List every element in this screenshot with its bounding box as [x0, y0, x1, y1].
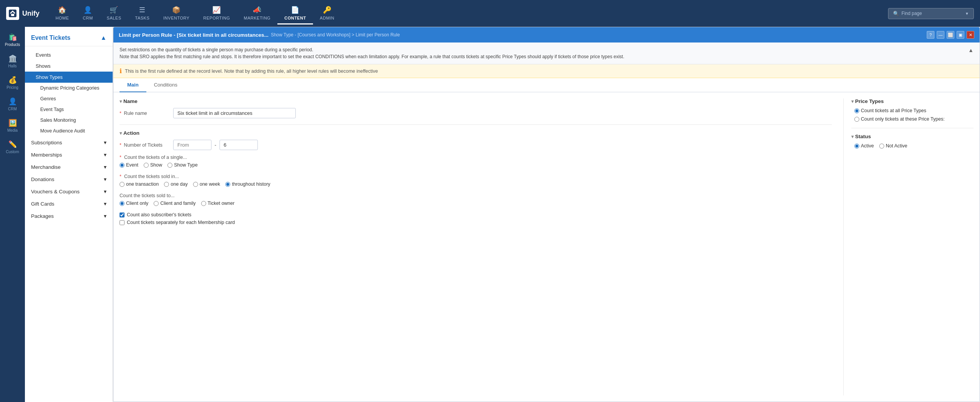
checkbox-subscriber-input[interactable]	[120, 212, 125, 217]
memberships-chevron-icon: ▾	[104, 152, 107, 158]
radio-client-only-input[interactable]	[120, 201, 125, 206]
nav-sales[interactable]: 🛒 SALES	[100, 3, 128, 25]
nav-shows[interactable]: Shows	[25, 60, 113, 72]
nav-section-gift-cards[interactable]: Gift Cards ▾	[25, 198, 113, 210]
radio-show-input[interactable]	[144, 163, 149, 168]
help-button[interactable]: ?	[927, 31, 934, 39]
nav-admin[interactable]: 🔑 ADMIN	[313, 3, 341, 25]
restore-button[interactable]: ⬜	[947, 31, 954, 39]
pricing-icon: 💰	[8, 76, 17, 84]
nav-section-vouchers[interactable]: Vouchers & Coupons ▾	[25, 185, 113, 198]
modal-titlebar: Limit per Person Rule - [Six ticket limi…	[113, 27, 980, 42]
radio-not-active-input[interactable]	[879, 144, 884, 149]
sidebar-icons: 🛍️ Products 🏛️ Halls 💰 Pricing 👤 CRM 🖼️ …	[0, 27, 25, 402]
nav-marketing[interactable]: 📣 MARKETING	[237, 3, 277, 25]
tickets-to-input[interactable]	[220, 140, 258, 150]
description-collapse-button[interactable]: ▲	[968, 46, 973, 54]
tickets-label: * Number of Tickets	[120, 142, 169, 148]
radio-all-price-types[interactable]: Count tickets at all Price Types	[854, 108, 973, 113]
content-icon: 📄	[291, 6, 300, 14]
radio-client-only[interactable]: Client only	[120, 201, 148, 206]
sidebar-icon-media[interactable]: 🖼️ Media	[0, 116, 25, 136]
nav-genres[interactable]: Genres	[25, 93, 113, 104]
tab-main[interactable]: Main	[120, 78, 146, 92]
nav-inventory[interactable]: 📦 INVENTORY	[156, 3, 196, 25]
nav-items: 🏠 HOME 👤 CRM 🛒 SALES ☰ TASKS 📦 INVENTORY…	[49, 3, 888, 25]
marketing-icon: 📣	[253, 6, 262, 14]
radio-active-input[interactable]	[854, 144, 859, 149]
maximize-button[interactable]: ▣	[957, 31, 964, 39]
radio-throughout-history[interactable]: throughout history	[225, 181, 270, 187]
name-section-chevron-icon: ▾	[120, 99, 122, 104]
checkbox-membership-input[interactable]	[120, 220, 125, 225]
radio-throughout-history-input[interactable]	[225, 182, 230, 187]
nav-dynamic-pricing[interactable]: Dynamic Pricing Categories	[25, 83, 113, 93]
radio-show[interactable]: Show	[144, 162, 162, 168]
nav-section-donations[interactable]: Donations ▾	[25, 173, 113, 185]
nav-show-types[interactable]: Show Types	[25, 72, 113, 83]
radio-one-transaction-input[interactable]	[120, 182, 125, 187]
content-area: Limit per Person Rule - [Six ticket limi…	[113, 27, 980, 402]
sidebar-icon-halls[interactable]: 🏛️ Halls	[0, 51, 25, 71]
radio-show-type-input[interactable]	[167, 163, 172, 168]
section-divider-1	[120, 124, 832, 125]
radio-specific-price-types[interactable]: Count only tickets at these Price Types:	[854, 116, 973, 122]
app-logo[interactable]: Unify	[6, 7, 39, 20]
search-input[interactable]	[901, 11, 963, 16]
tab-conditions[interactable]: Conditions	[146, 78, 185, 92]
count-sold-to-radio-group: Client only Client and family Ticket own…	[120, 201, 832, 206]
radio-active[interactable]: Active	[854, 143, 874, 149]
nav-sales-monitoring[interactable]: Sales Monitoring	[25, 115, 113, 126]
radio-event-input[interactable]	[120, 163, 125, 168]
radio-not-active[interactable]: Not Active	[879, 143, 907, 149]
radio-event[interactable]: Event	[120, 162, 138, 168]
sidebar-icon-products[interactable]: 🛍️ Products	[0, 30, 25, 50]
checkbox-membership[interactable]: Count tickets separately for each Member…	[120, 220, 832, 225]
radio-one-day-input[interactable]	[164, 182, 169, 187]
radio-one-week-input[interactable]	[193, 182, 198, 187]
nav-crm[interactable]: 👤 CRM	[76, 3, 100, 25]
nav-move-audience-audit[interactable]: Move Audience Audit	[25, 126, 113, 136]
radio-one-day[interactable]: one day	[164, 181, 187, 187]
nav-events[interactable]: Events	[25, 49, 113, 60]
nav-content[interactable]: 📄 CONTENT	[277, 3, 313, 25]
radio-all-price-types-input[interactable]	[854, 108, 859, 113]
sidebar-icon-crm[interactable]: 👤 CRM	[0, 94, 25, 114]
radio-ticket-owner[interactable]: Ticket owner	[201, 201, 234, 206]
rule-name-label: * Rule name	[120, 111, 169, 116]
section-divider-2	[851, 128, 973, 128]
search-icon: 🔍	[893, 11, 899, 16]
nav-section-subscriptions[interactable]: Subscriptions ▾	[25, 136, 113, 149]
main-layout: 🛍️ Products 🏛️ Halls 💰 Pricing 👤 CRM 🖼️ …	[0, 27, 980, 402]
nav-home[interactable]: 🏠 HOME	[49, 3, 76, 25]
radio-show-type[interactable]: Show Type	[167, 162, 198, 168]
radio-ticket-owner-input[interactable]	[201, 201, 206, 206]
radio-one-week[interactable]: one week	[193, 181, 220, 187]
nav-tasks[interactable]: ☰ TASKS	[128, 3, 157, 25]
tickets-number-row: * Number of Tickets -	[120, 140, 832, 150]
sidebar-icon-custom[interactable]: ✏️ Custom	[0, 137, 25, 157]
nav-search-box[interactable]: 🔍 ▼	[888, 8, 974, 19]
halls-icon: 🏛️	[8, 54, 17, 63]
modal-window: Limit per Person Rule - [Six ticket limi…	[113, 27, 980, 402]
nav-section-packages[interactable]: Packages ▾	[25, 210, 113, 222]
minimize-button[interactable]: —	[937, 31, 944, 39]
left-navigation: Event Tickets ▲ Events Shows Show Types …	[25, 27, 113, 402]
crm-icon: 👤	[84, 6, 92, 14]
radio-client-family-input[interactable]	[154, 201, 159, 206]
close-button[interactable]: ✕	[967, 31, 974, 39]
checkbox-subscriber[interactable]: Count also subscriber's tickets	[120, 212, 832, 217]
nav-section-memberships[interactable]: Memberships ▾	[25, 149, 113, 161]
form-price-types-section: ▾ Price Types Count tickets at all Price…	[851, 98, 973, 122]
nav-event-tags[interactable]: Event Tags	[25, 104, 113, 115]
nav-reporting[interactable]: 📈 REPORTING	[197, 3, 237, 25]
count-sold-subsection: * Count the tickets sold in... one trans…	[120, 174, 832, 187]
radio-client-family[interactable]: Client and family	[154, 201, 195, 206]
nav-section-merchandise[interactable]: Merchandise ▾	[25, 161, 113, 173]
radio-one-transaction[interactable]: one transaction	[120, 181, 159, 187]
rule-name-input[interactable]	[173, 108, 296, 118]
tickets-from-input[interactable]	[173, 140, 211, 150]
radio-specific-price-types-input[interactable]	[854, 117, 859, 122]
sidebar-icon-pricing[interactable]: 💰 Pricing	[0, 73, 25, 93]
collapse-left-nav-icon[interactable]: ▲	[100, 34, 107, 41]
